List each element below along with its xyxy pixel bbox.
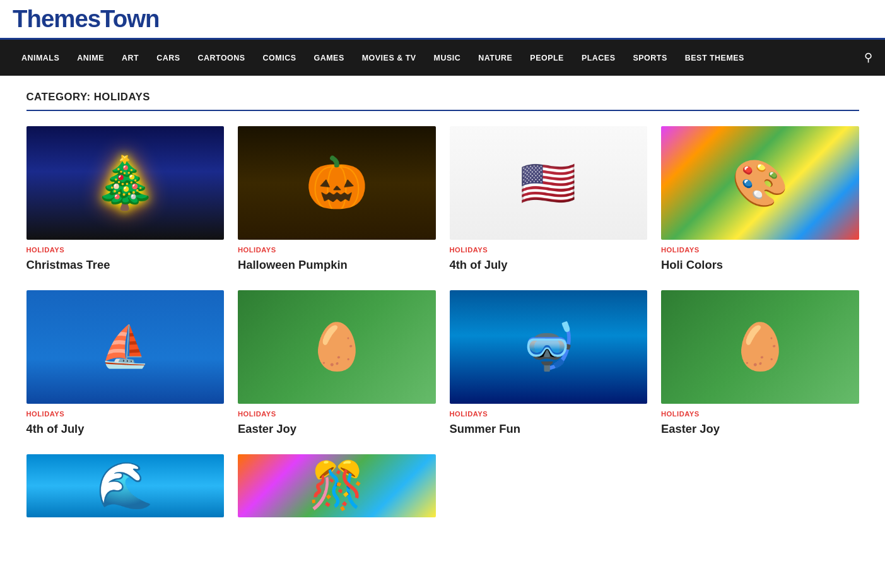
card-title-summer-fun: Summer Fun bbox=[450, 421, 648, 437]
card-easter-joy-2[interactable]: HOLIDAYS Easter Joy bbox=[661, 290, 859, 437]
nav-people[interactable]: PEOPLE bbox=[521, 42, 573, 74]
card-image-partial-summer-fun-2 bbox=[26, 454, 225, 517]
card-easter-joy-1[interactable]: HOLIDAYS Easter Joy bbox=[238, 290, 436, 437]
category-title: CATEGORY: HOLIDAYS bbox=[26, 91, 859, 111]
card-summer-fun-2[interactable] bbox=[26, 454, 225, 524]
card-image-4th-of-july-2 bbox=[26, 290, 225, 404]
main-nav: ANIMALS ANIME ART CARS CARTOONS COMICS G… bbox=[0, 40, 885, 76]
card-category-christmas-tree: HOLIDAYS bbox=[26, 246, 225, 254]
card-christmas-tree[interactable]: HOLIDAYS Christmas Tree bbox=[26, 126, 225, 273]
nav-places[interactable]: PLACES bbox=[573, 42, 624, 74]
card-title-4th-of-july-2: 4th of July bbox=[26, 421, 225, 437]
card-title-easter-joy-2: Easter Joy bbox=[661, 421, 859, 437]
card-category-4th-of-july-2: HOLIDAYS bbox=[26, 410, 225, 418]
card-image-holi-colors bbox=[661, 126, 859, 240]
cards-grid-partial bbox=[26, 454, 859, 524]
nav-nature[interactable]: NATURE bbox=[469, 42, 521, 74]
top-bar: ThemesTown bbox=[0, 0, 885, 40]
card-image-partial-holi-colors-2 bbox=[238, 454, 436, 517]
cards-grid: HOLIDAYS Christmas Tree HOLIDAYS Hallowe… bbox=[26, 126, 859, 437]
card-image-summer-fun bbox=[450, 290, 648, 404]
card-holi-colors-2[interactable] bbox=[238, 454, 436, 524]
nav-art[interactable]: ART bbox=[113, 42, 148, 74]
card-category-easter-joy-2: HOLIDAYS bbox=[661, 410, 859, 418]
nav-games[interactable]: GAMES bbox=[305, 42, 353, 74]
main-content: CATEGORY: HOLIDAYS HOLIDAYS Christmas Tr… bbox=[14, 76, 872, 556]
card-title-4th-of-july-1: 4th of July bbox=[450, 257, 648, 273]
card-image-easter-joy-1 bbox=[238, 290, 436, 404]
card-title-holi-colors: Holi Colors bbox=[661, 257, 859, 273]
nav-best-themes[interactable]: BEST THEMES bbox=[676, 42, 753, 74]
nav-cars[interactable]: CARS bbox=[148, 42, 189, 74]
card-title-halloween-pumpkin: Halloween Pumpkin bbox=[238, 257, 436, 273]
card-holi-colors[interactable]: HOLIDAYS Holi Colors bbox=[661, 126, 859, 273]
card-image-christmas-tree bbox=[26, 126, 225, 240]
nav-movies-tv[interactable]: MOVIES & TV bbox=[353, 42, 425, 74]
site-logo[interactable]: ThemesTown bbox=[13, 5, 872, 33]
card-image-4th-of-july-1 bbox=[450, 126, 648, 240]
nav-sports[interactable]: SPORTS bbox=[624, 42, 676, 74]
card-title-christmas-tree: Christmas Tree bbox=[26, 257, 225, 273]
card-image-easter-joy-2 bbox=[661, 290, 859, 404]
nav-comics[interactable]: COMICS bbox=[254, 42, 305, 74]
card-category-4th-of-july-1: HOLIDAYS bbox=[450, 246, 648, 254]
card-4th-of-july-2[interactable]: HOLIDAYS 4th of July bbox=[26, 290, 225, 437]
card-summer-fun[interactable]: HOLIDAYS Summer Fun bbox=[450, 290, 648, 437]
card-category-easter-joy-1: HOLIDAYS bbox=[238, 410, 436, 418]
nav-anime[interactable]: ANIME bbox=[68, 42, 113, 74]
card-image-halloween-pumpkin bbox=[238, 126, 436, 240]
card-category-halloween-pumpkin: HOLIDAYS bbox=[238, 246, 436, 254]
nav-cartoons[interactable]: CARTOONS bbox=[189, 42, 254, 74]
card-4th-of-july-1[interactable]: HOLIDAYS 4th of July bbox=[450, 126, 648, 273]
card-title-easter-joy-1: Easter Joy bbox=[238, 421, 436, 437]
nav-animals[interactable]: ANIMALS bbox=[13, 42, 68, 74]
nav-music[interactable]: MUSIC bbox=[425, 42, 470, 74]
card-halloween-pumpkin[interactable]: HOLIDAYS Halloween Pumpkin bbox=[238, 126, 436, 273]
card-category-holi-colors: HOLIDAYS bbox=[661, 246, 859, 254]
search-icon[interactable]: ⚲ bbox=[855, 40, 872, 76]
card-category-summer-fun: HOLIDAYS bbox=[450, 410, 648, 418]
